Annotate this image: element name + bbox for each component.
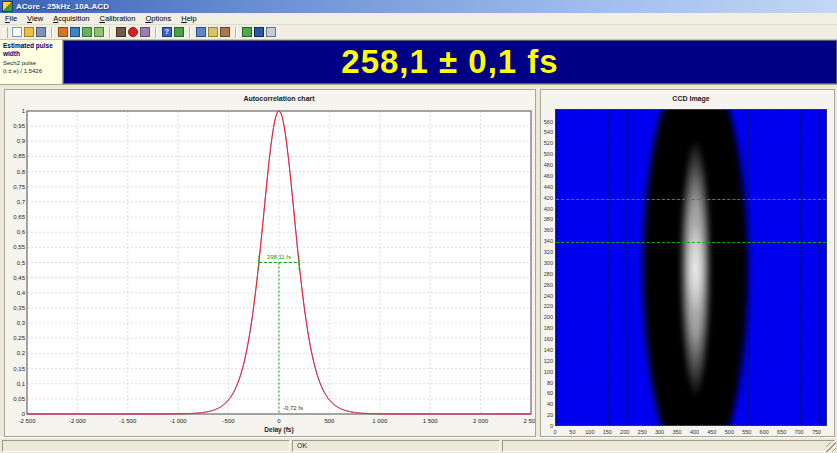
ccd-x-tick: 450 — [703, 429, 721, 435]
paste-icon[interactable] — [266, 27, 276, 37]
ccd-gridline — [608, 110, 609, 425]
ccd-y-tick: 420 — [541, 195, 553, 201]
toolbar-separator — [109, 27, 111, 38]
pulse-formula-label: (t ± e) / 1.5426 — [3, 68, 59, 74]
svg-text:1 500: 1 500 — [423, 418, 439, 424]
ccd-y-tick: 340 — [541, 238, 553, 244]
open-folder-icon[interactable] — [24, 27, 34, 37]
svg-text:-500: -500 — [223, 418, 236, 424]
library-icon[interactable] — [220, 27, 230, 37]
ccd-y-tick: 280 — [541, 271, 553, 277]
app-icon — [2, 1, 13, 12]
delay-axis-label: Delay (fs) — [27, 426, 531, 433]
svg-text:0: 0 — [277, 418, 281, 424]
svg-text:0: 0 — [22, 411, 26, 417]
ccd-y-tick: 20 — [541, 412, 553, 418]
status-bar: OK — [0, 437, 837, 453]
svg-text:0,95: 0,95 — [13, 123, 25, 129]
ccd-beam-hotspot — [682, 208, 709, 329]
camera-icon[interactable] — [116, 27, 126, 37]
window-title: ACore - 25kHz_10A.ACD — [16, 2, 109, 11]
toolbar: ? — [0, 25, 837, 40]
svg-text:1 000: 1 000 — [372, 418, 388, 424]
ccd-gridline — [556, 110, 557, 425]
export-data-icon[interactable] — [94, 27, 104, 37]
ccd-y-tick: 0 — [541, 423, 553, 429]
rotate-view-icon[interactable] — [196, 27, 206, 37]
menu-view[interactable]: View — [22, 14, 48, 23]
refresh-page-icon[interactable] — [208, 27, 218, 37]
toolbar-grip[interactable] — [3, 27, 8, 38]
pulse-width-value: 258,1 ± 0,1 fs — [341, 43, 558, 81]
resize-grip[interactable] — [826, 442, 836, 452]
status-panel-left — [2, 440, 290, 452]
svg-text:-1 500: -1 500 — [119, 418, 137, 424]
svg-text:0,45: 0,45 — [13, 275, 25, 281]
help-icon[interactable]: ? — [162, 27, 172, 37]
ccd-y-tick: 100 — [541, 369, 553, 375]
edit-pencil-icon[interactable] — [58, 27, 68, 37]
svg-text:0,15: 0,15 — [13, 366, 25, 372]
ccd-roi-marker[interactable] — [556, 199, 826, 200]
toolbar-separator — [235, 27, 237, 38]
ccd-image-plot[interactable] — [555, 109, 827, 426]
ccd-y-tick: 560 — [541, 119, 553, 125]
ccd-y-tick: 80 — [541, 380, 553, 386]
toolbar-separator — [155, 27, 157, 38]
svg-text:0,35: 0,35 — [13, 305, 25, 311]
ccd-gridline — [626, 110, 627, 425]
ccd-x-tick: 100 — [581, 429, 599, 435]
status-panel-right — [502, 440, 835, 452]
svg-text:0,65: 0,65 — [13, 214, 25, 220]
monitor-image-icon[interactable] — [70, 27, 80, 37]
ccd-x-tick: 550 — [738, 429, 756, 435]
svg-text:0,9: 0,9 — [17, 138, 26, 144]
svg-text:398,11 fs: 398,11 fs — [267, 254, 291, 260]
statistics-icon[interactable] — [174, 27, 184, 37]
save-icon[interactable] — [36, 27, 46, 37]
menu-help[interactable]: Help — [176, 14, 201, 23]
menu-acquisition[interactable]: Acquisition — [48, 14, 94, 23]
ccd-image-title: CCD Image — [555, 95, 827, 102]
stop-acquisition-icon[interactable] — [128, 27, 138, 37]
pulse-shape-label: Sech2 pulse — [3, 60, 59, 66]
ccd-x-tick: 700 — [790, 429, 808, 435]
menu-bar: FileViewAcquisitionCalibrationOptionsHel… — [0, 13, 837, 25]
ccd-gridline — [591, 110, 592, 425]
ccd-y-tick: 200 — [541, 314, 553, 320]
ccd-y-tick: 240 — [541, 293, 553, 299]
svg-text:2 000: 2 000 — [473, 418, 489, 424]
ccd-y-tick: 60 — [541, 390, 553, 396]
ccd-y-tick: 260 — [541, 282, 553, 288]
ccd-y-tick: 540 — [541, 129, 553, 135]
menu-calibration[interactable]: Calibration — [95, 14, 141, 23]
autocorrelation-plot[interactable]: -2 500-2 000-1 500-1 000-50005001 0001 5… — [5, 90, 535, 436]
ccd-x-tick: 500 — [720, 429, 738, 435]
ccd-y-tick: 300 — [541, 260, 553, 266]
title-bar[interactable]: ACore - 25kHz_10A.ACD — [0, 0, 837, 13]
ccd-y-tick: 120 — [541, 358, 553, 364]
autocorrelation-chart-panel: Autocorrelation chart -2 500-2 000-1 500… — [4, 89, 536, 437]
ccd-roi-marker[interactable] — [556, 242, 826, 243]
svg-text:-2 000: -2 000 — [69, 418, 87, 424]
menu-options[interactable]: Options — [140, 14, 176, 23]
ccd-y-tick: 480 — [541, 162, 553, 168]
svg-text:-0,72 fs: -0,72 fs — [283, 405, 303, 411]
snapshot-icon[interactable] — [140, 27, 150, 37]
readout-row: Estimated pulse width Sech2 pulse (t ± e… — [0, 40, 837, 85]
ccd-gridline — [783, 110, 784, 425]
ccd-y-tick: 160 — [541, 336, 553, 342]
svg-text:0,85: 0,85 — [13, 153, 25, 159]
svg-text:-2 500: -2 500 — [18, 418, 36, 424]
cursor-mode-icon[interactable] — [242, 27, 252, 37]
copy-icon[interactable] — [254, 27, 264, 37]
new-file-icon[interactable] — [12, 27, 22, 37]
export-report-icon[interactable] — [82, 27, 92, 37]
ccd-y-tick: 520 — [541, 140, 553, 146]
menu-file[interactable]: File — [0, 14, 22, 23]
ccd-y-tick: 180 — [541, 325, 553, 331]
ccd-x-tick: 50 — [563, 429, 581, 435]
svg-text:0,7: 0,7 — [17, 199, 26, 205]
ccd-gridline — [748, 110, 749, 425]
svg-text:2 500: 2 500 — [523, 418, 535, 424]
